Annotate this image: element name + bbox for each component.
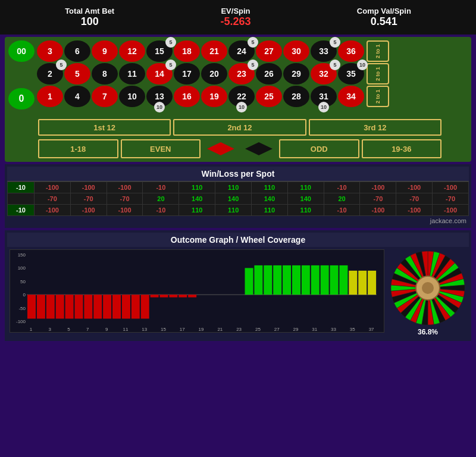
third-dozen[interactable]: 3rd 12 <box>309 119 441 136</box>
number-cell-16[interactable]: 16 <box>174 86 200 107</box>
number-cell-19[interactable]: 19 <box>201 86 227 107</box>
number-cell-4[interactable]: 4 <box>64 86 90 107</box>
svg-rect-38 <box>349 271 357 295</box>
wl-cell-r1-c1: -70 <box>35 193 70 204</box>
svg-text:-50: -50 <box>18 306 26 311</box>
number-cell-2[interactable]: 25 <box>37 63 63 84</box>
wl-cell-r0-c5: 110 <box>179 182 215 193</box>
bet-19-36[interactable]: 19-36 <box>362 139 442 158</box>
wl-cell-r1-c11: -70 <box>396 193 432 204</box>
number-cell-9[interactable]: 9 <box>92 40 118 62</box>
svg-text:35: 35 <box>350 327 355 332</box>
wl-cell-r0-c3: -100 <box>107 182 143 193</box>
svg-text:21: 21 <box>217 327 223 332</box>
number-cell-17[interactable]: 17 <box>174 63 200 84</box>
svg-rect-21 <box>141 295 149 318</box>
number-cell-6[interactable]: 6 <box>64 40 90 62</box>
number-cell-27[interactable]: 27 <box>256 40 282 62</box>
svg-text:31: 31 <box>312 327 317 332</box>
total-amt-label: Total Amt Bet <box>65 7 114 15</box>
bet-1-18[interactable]: 1-18 <box>38 139 118 158</box>
svg-rect-26 <box>188 295 196 297</box>
svg-text:37: 37 <box>369 327 374 332</box>
svg-rect-16 <box>93 295 102 318</box>
number-cell-32[interactable]: 325 <box>311 63 337 84</box>
svg-marker-0 <box>207 142 234 155</box>
bet-black[interactable] <box>241 139 277 158</box>
number-cell-23[interactable]: 235 <box>228 63 255 84</box>
number-cell-21[interactable]: 21 <box>201 40 227 62</box>
wl-cell-r0-c10: -100 <box>360 182 396 193</box>
number-cell-1[interactable]: 1 <box>37 86 63 107</box>
wl-cell-r1-c8: 140 <box>288 193 324 204</box>
bet-red[interactable] <box>203 139 239 158</box>
number-cell-34[interactable]: 34 <box>338 86 364 107</box>
bar-chart-container: 150100500-50-100135791113151719212325272… <box>10 249 384 333</box>
number-cell-22[interactable]: 2210 <box>228 86 255 107</box>
number-cell-26[interactable]: 26 <box>256 63 282 84</box>
two-to-one-mid[interactable]: 2 to 1 <box>367 63 389 84</box>
svg-rect-40 <box>368 271 376 295</box>
street-chip-col-7: 10 <box>236 102 247 112</box>
roulette-section: 00 0 36912155182124527303353625581114517… <box>5 37 471 162</box>
svg-text:33: 33 <box>331 327 336 332</box>
double-zero[interactable]: 00 <box>8 40 35 62</box>
chip-on-23: 5 <box>248 60 258 70</box>
number-cell-15[interactable]: 155 <box>146 40 173 62</box>
number-cell-11[interactable]: 11 <box>119 63 145 84</box>
number-cell-14[interactable]: 145 <box>146 63 173 84</box>
wl-cell-r0-c9: -10 <box>324 182 360 193</box>
zero-cells: 00 0 <box>8 40 35 109</box>
number-cell-10[interactable]: 10 <box>119 86 145 107</box>
number-cell-30[interactable]: 30 <box>283 40 309 62</box>
number-cell-8[interactable]: 8 <box>92 63 118 84</box>
wl-cell-r2-c9: -10 <box>324 205 360 215</box>
second-dozen[interactable]: 2nd 12 <box>173 119 306 136</box>
number-cell-18[interactable]: 18 <box>174 40 200 62</box>
number-cell-24[interactable]: 245 <box>228 40 255 62</box>
number-cell-35[interactable]: 3510 <box>338 63 364 84</box>
svg-rect-37 <box>339 265 347 295</box>
svg-text:29: 29 <box>293 327 299 332</box>
svg-text:25: 25 <box>255 327 261 332</box>
number-cell-3[interactable]: 3 <box>37 40 63 62</box>
bet-even[interactable]: EVEN <box>121 139 201 158</box>
bet-odd[interactable]: ODD <box>279 139 359 158</box>
number-cell-31[interactable]: 3110 <box>311 86 337 107</box>
number-cell-36[interactable]: 36 <box>338 40 364 62</box>
wl-cell-r0-c6: 110 <box>215 182 251 193</box>
zero[interactable]: 0 <box>8 88 35 109</box>
number-cell-29[interactable]: 29 <box>283 63 309 84</box>
svg-rect-27 <box>245 268 253 295</box>
wl-cell-r1-c2: -70 <box>71 193 107 204</box>
number-cell-20[interactable]: 20 <box>201 63 227 84</box>
two-to-one-bot[interactable]: 2 to 1 <box>367 86 389 107</box>
dozen-row: 1st 12 2nd 12 3rd 12 <box>8 119 468 136</box>
graph-title: Outcome Graph / Wheel Coverage <box>7 233 469 247</box>
number-cell-33[interactable]: 335 <box>311 40 337 62</box>
two-to-one-top[interactable]: 2 to 1 <box>367 40 389 62</box>
number-cell-12[interactable]: 12 <box>119 40 145 62</box>
wl-cell-r2-c3: -100 <box>107 205 143 215</box>
chip-on-35: 10 <box>357 60 368 70</box>
number-cell-7[interactable]: 7 <box>92 86 118 107</box>
wl-cell-r0-c7: 110 <box>252 182 287 193</box>
svg-text:23: 23 <box>236 327 242 332</box>
number-cell-13[interactable]: 1310 <box>146 86 173 107</box>
two-to-one-col: 2 to 1 2 to 1 2 to 1 <box>367 40 389 109</box>
number-cell-28[interactable]: 28 <box>283 86 309 107</box>
number-cell-5[interactable]: 5 <box>64 63 90 84</box>
svg-rect-35 <box>321 265 329 295</box>
wl-cell-r1-c3: -70 <box>107 193 143 204</box>
svg-rect-34 <box>311 265 320 295</box>
number-cell-25[interactable]: 25 <box>256 86 282 107</box>
svg-text:150: 150 <box>18 252 26 258</box>
svg-rect-39 <box>358 271 367 295</box>
svg-rect-24 <box>169 295 177 297</box>
svg-marker-1 <box>245 142 273 155</box>
wl-cell-r0-c4: -10 <box>143 182 178 193</box>
first-dozen[interactable]: 1st 12 <box>38 119 171 136</box>
svg-rect-36 <box>330 265 339 295</box>
svg-rect-20 <box>131 295 140 318</box>
wl-cell-r2-c2: -100 <box>71 205 107 215</box>
